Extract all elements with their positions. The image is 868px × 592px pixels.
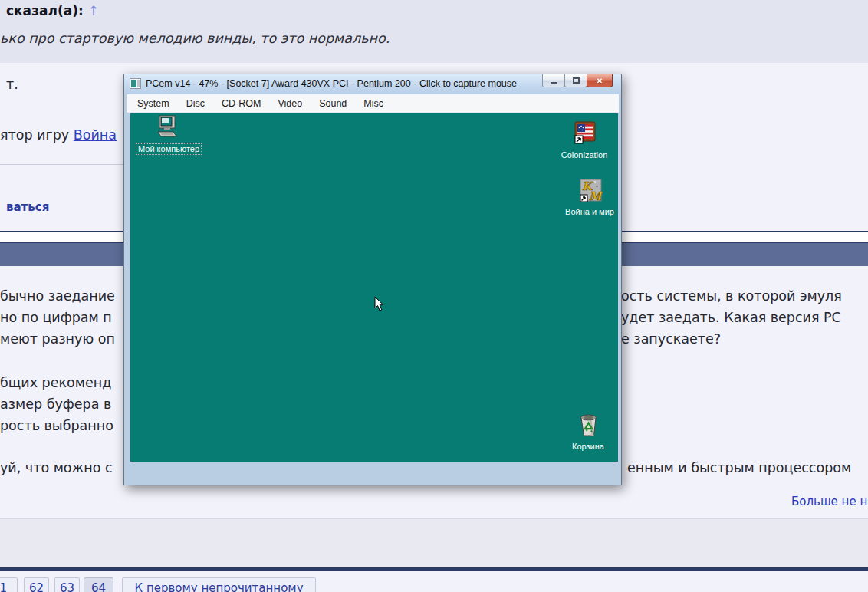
quote-header: сказал(а): ↑ (6, 3, 99, 18)
recycle-bin-icon (576, 413, 601, 438)
page-button-62[interactable]: 62 (24, 577, 49, 592)
emulated-desktop[interactable]: Мой компьютер Coloni (130, 113, 618, 462)
page-button-63[interactable]: 63 (54, 577, 80, 592)
post-fragment-year: т. (6, 77, 18, 92)
desktop-icon-recycle-bin[interactable]: Корзина (557, 413, 618, 452)
maximize-button[interactable] (564, 74, 587, 87)
menu-system[interactable]: System (131, 96, 176, 111)
menu-video[interactable]: Video (271, 96, 308, 111)
icon-label: Мой компьютер (136, 143, 202, 155)
post-line: но по цифрам п (0, 310, 112, 325)
post-fragment-emulator: ятор игру Война (0, 127, 117, 143)
menu-cdrom[interactable]: CD-ROM (215, 96, 267, 111)
minimize-icon (551, 82, 557, 84)
post-line: рость выбранно (0, 418, 113, 433)
post-footer-zone (0, 518, 868, 571)
close-icon: ✕ (597, 77, 603, 85)
colonization-icon (572, 121, 597, 146)
my-computer-icon (154, 115, 179, 140)
minimize-button[interactable] (542, 74, 565, 87)
window-title: PCem v14 - 47% - [Socket 7] Award 430VX … (146, 78, 517, 89)
register-link[interactable]: ваться (6, 200, 49, 214)
desktop-icon-colonization[interactable]: Colonization (554, 121, 615, 161)
icon-label: Война и мир (564, 207, 616, 217)
menu-disc[interactable]: Disc (180, 96, 211, 111)
post-line: удет заедать. Какая версия PC (621, 310, 841, 325)
desktop-icon-war-and-peace[interactable]: K M Война и мир (559, 178, 618, 218)
desktop-icon-my-computer[interactable]: Мой компьютер (136, 115, 197, 155)
menu-misc[interactable]: Misc (357, 96, 390, 111)
post-line: меют разную оп (0, 331, 115, 347)
pagination-divider (0, 567, 868, 571)
menu-bar: System Disc CD-ROM Video Sound Misc (127, 94, 619, 113)
unlike-link[interactable]: Больше не нр (791, 495, 868, 508)
post-line: бщих рекоменд (0, 375, 111, 390)
quote-text: ько про стартовую мелодию винды, то это … (0, 31, 390, 46)
caption-buttons: ✕ (543, 74, 613, 87)
page-button-61[interactable]: 61 (0, 577, 18, 592)
quote-author-said: сказал(а): (6, 3, 84, 18)
icon-label: Colonization (560, 150, 610, 160)
maximize-icon (573, 77, 580, 84)
first-unread-button[interactable]: К первому непрочитанному (122, 577, 316, 592)
quote-jump-arrow[interactable]: ↑ (88, 3, 99, 18)
post-line: енным и быстрым процессором (627, 460, 851, 475)
menu-sound[interactable]: Sound (313, 96, 353, 111)
svg-text:M: M (589, 189, 603, 203)
post-line: е запускаете? (621, 331, 721, 347)
close-button[interactable]: ✕ (587, 74, 613, 87)
pcem-app-icon (130, 78, 141, 89)
post-line: бычно заедание (0, 288, 115, 304)
game-link[interactable]: Война (74, 127, 117, 143)
icon-label: Корзина (570, 442, 606, 452)
post-line: ость системы, в которой эмуля (621, 288, 842, 304)
mouse-cursor (374, 296, 385, 312)
page-button-64-current[interactable]: 64 (84, 577, 113, 592)
emulated-screen: Мой компьютер Coloni (130, 113, 618, 480)
pcem-window: PCem v14 - 47% - [Socket 7] Award 430VX … (123, 74, 622, 485)
post-line: уй, что можно с (0, 460, 113, 475)
war-and-peace-icon: K M (577, 178, 603, 203)
post-line: азмер буфера в (0, 396, 111, 412)
